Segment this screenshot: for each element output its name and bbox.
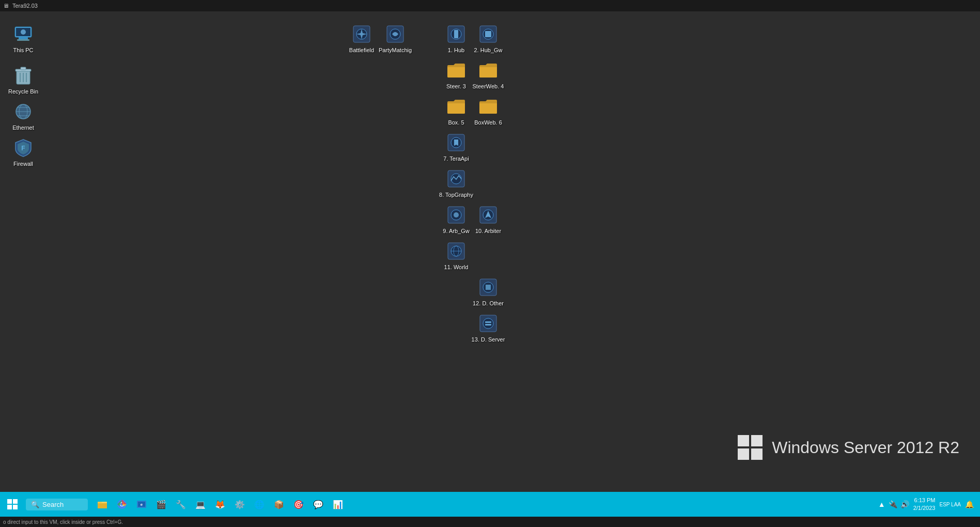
recycle-bin-icon	[13, 65, 34, 86]
hub-gw-label: 2. Hub_Gw	[472, 47, 504, 54]
firewall-icon: F	[13, 137, 34, 158]
firewall-label: Firewall	[12, 160, 35, 168]
topgraphy8-icon	[446, 168, 466, 189]
arb-gw9-label: 9. Arb_Gw	[441, 227, 471, 235]
taskbar-app-target[interactable]: 🎯	[289, 495, 308, 514]
svg-rect-42	[486, 285, 491, 290]
desktop-icon-ethernet[interactable]: Ethernet	[3, 99, 44, 134]
recycle-bin-label: Recycle Bin	[7, 88, 40, 96]
world11-icon	[446, 241, 466, 261]
desktop-icon-hub-gw[interactable]: 2. Hub_Gw	[468, 22, 509, 56]
desktop-icon-arbiter10[interactable]: 10. Arbiter	[468, 203, 509, 237]
hub-icon	[446, 24, 466, 44]
notification-bar: o direct input to this VM, click inside …	[0, 517, 980, 527]
title-bar-label: Tera92.03	[12, 3, 38, 9]
search-label: Search	[42, 501, 64, 508]
svg-rect-50	[751, 448, 763, 460]
partymatchig-icon	[385, 24, 406, 44]
svg-rect-47	[738, 435, 749, 446]
language-indicator[interactable]: ESP LAA	[939, 501, 961, 508]
network-icon[interactable]: 🔌	[889, 500, 897, 508]
desktop-icon-partymatchig[interactable]: PartyMatchig	[375, 22, 416, 56]
search-box[interactable]: 🔍 Search	[26, 499, 88, 510]
taskbar-app-stats[interactable]: 📊	[329, 495, 347, 514]
start-button[interactable]	[2, 494, 23, 515]
svg-rect-49	[738, 448, 749, 460]
taskbar-app-pkg[interactable]: 📦	[270, 495, 288, 514]
desktop-icon-world11[interactable]: 11. World	[435, 239, 477, 273]
steer3-icon	[446, 60, 466, 81]
taskbar-app-chrome[interactable]	[113, 495, 131, 514]
d-other12-label: 12. D. Other	[471, 300, 505, 307]
teraapi7-label: 7. TeraApi	[442, 155, 470, 163]
arbiter10-icon	[478, 205, 499, 225]
desktop-icon-topgraphy8[interactable]: 8. TopGraphy	[435, 166, 477, 201]
d-other12-icon	[478, 277, 499, 298]
taskbar-app-media[interactable]: 🎬	[152, 495, 170, 514]
svg-text:e: e	[141, 502, 143, 507]
taskbar-app-vscode[interactable]: 💻	[191, 495, 210, 514]
box5-icon	[446, 96, 466, 117]
svg-rect-23	[454, 30, 458, 38]
search-icon: 🔍	[31, 501, 39, 508]
speaker-icon[interactable]: 🔊	[900, 500, 909, 508]
svg-rect-52	[13, 499, 18, 504]
title-bar: 🖥 Tera92.03	[0, 0, 980, 11]
svg-rect-51	[7, 499, 12, 504]
svg-rect-53	[7, 505, 12, 509]
desktop-icon-boxweb6[interactable]: BoxWeb. 6	[468, 94, 509, 129]
arb-gw9-icon	[446, 205, 466, 225]
desktop-icon-firewall[interactable]: F Firewall	[3, 135, 44, 170]
notification-icon[interactable]: 🔔	[965, 500, 974, 508]
notification-text: o direct input to this VM, click inside …	[3, 519, 123, 525]
taskbar-app-explorer2[interactable]: e	[132, 495, 151, 514]
svg-rect-48	[751, 435, 763, 446]
svg-rect-1	[19, 37, 28, 39]
topgraphy8-label: 8. TopGraphy	[438, 191, 475, 199]
ethernet-icon	[13, 101, 34, 122]
taskbar-app-tool1[interactable]: 🔧	[172, 495, 190, 514]
taskbar-app-settings[interactable]: ⚙️	[230, 495, 249, 514]
desktop-icon-d-other12[interactable]: 12. D. Other	[468, 275, 509, 309]
boxweb6-icon	[478, 96, 499, 117]
svg-point-44	[483, 318, 493, 329]
boxweb6-label: BoxWeb. 6	[473, 119, 504, 127]
desktop-icon-this-pc[interactable]: This PC	[3, 22, 44, 56]
windows-watermark: Windows Server 2012 R2	[737, 434, 959, 461]
d-server13-icon	[478, 313, 499, 334]
taskbar-app-chat[interactable]: 💬	[309, 495, 328, 514]
desktop-icon-recycle-bin[interactable]: Recycle Bin	[3, 63, 44, 98]
taskbar-app-firefox[interactable]: 🦊	[211, 495, 229, 514]
desktop-icon-steerweb4[interactable]: SteerWeb. 4	[468, 58, 509, 92]
taskbar-app-globe[interactable]: 🌐	[250, 495, 269, 514]
battlefield-label: Battlefield	[348, 47, 376, 54]
battlefield-icon	[351, 24, 372, 44]
teraapi7-icon	[446, 132, 466, 153]
taskbar-right: ▲ 🔌 🔊 6:13 PM 2/1/2023 ESP LAA 🔔	[878, 497, 978, 513]
partymatchig-label: PartyMatchig	[377, 47, 413, 54]
taskbar: 🔍 Search	[0, 492, 980, 517]
chevron-up-icon[interactable]: ▲	[878, 500, 885, 508]
clock-date: 2/1/2023	[913, 504, 936, 512]
svg-rect-45	[485, 321, 491, 323]
ethernet-label: Ethernet	[11, 124, 36, 132]
desktop-icon-d-server13[interactable]: 13. D. Server	[468, 311, 509, 346]
svg-text:F: F	[21, 145, 25, 152]
steer3-label: Steer. 3	[445, 83, 468, 90]
system-clock[interactable]: 6:13 PM 2/1/2023	[913, 497, 936, 513]
hub-gw-icon	[478, 24, 499, 44]
taskbar-app-file-explorer[interactable]	[93, 495, 112, 514]
svg-point-33	[454, 212, 459, 218]
steerweb4-label: SteerWeb. 4	[471, 83, 506, 90]
taskbar-left: 🔍 Search	[2, 494, 347, 515]
steerweb4-icon	[478, 60, 499, 81]
watermark-text: Windows Server 2012 R2	[772, 438, 959, 457]
desktop-icon-teraapi7[interactable]: 7. TeraApi	[435, 130, 477, 165]
box5-label: Box. 5	[446, 119, 465, 127]
svg-rect-7	[21, 67, 26, 70]
title-bar-icon: 🖥	[3, 2, 10, 9]
this-pc-label: This PC	[11, 47, 35, 54]
svg-rect-26	[485, 31, 491, 37]
svg-rect-2	[17, 39, 29, 41]
svg-point-4	[21, 29, 26, 35]
